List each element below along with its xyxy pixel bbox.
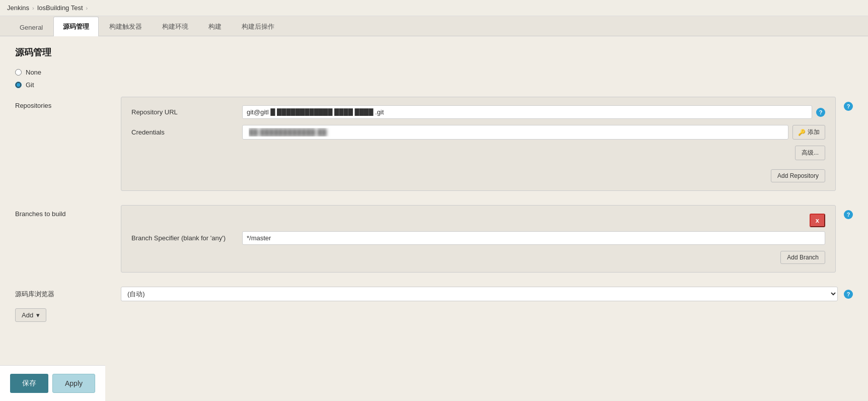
page-title: 源码管理 (15, 46, 853, 58)
repo-url-help-icon[interactable]: ? (816, 108, 825, 117)
repositories-panel: Repository URL ? Credentials ██ ████████… (121, 97, 836, 191)
add-section: Add ▾ (15, 308, 853, 322)
add-dropdown-button[interactable]: Add ▾ (15, 308, 46, 322)
add-cred-label: 添加 (808, 128, 820, 137)
source-browser-select[interactable]: (自动) (121, 287, 838, 301)
apply-button[interactable]: Apply (52, 374, 95, 393)
add-credentials-button[interactable]: 🔑 添加 (792, 125, 825, 140)
radio-none[interactable] (15, 69, 22, 76)
radio-git-label: Git (26, 81, 34, 89)
radio-git[interactable] (15, 82, 22, 88)
repo-url-row: Repository URL ? (131, 105, 825, 119)
add-label: Add (22, 311, 33, 319)
repo-actions: 高级... (131, 146, 825, 165)
source-browser-help-icon[interactable]: ? (844, 290, 853, 299)
add-branch-button[interactable]: Add Branch (780, 251, 825, 264)
repositories-label: Repositories (15, 97, 121, 109)
repositories-section: Repositories Repository URL ? Credential… (15, 97, 853, 198)
content-area: 源码管理 None Git Repositories Repository UR… (0, 36, 868, 400)
repositories-content: Repository URL ? Credentials ██ ████████… (121, 97, 836, 198)
add-repo-row: Add Repository (131, 165, 825, 182)
tab-post[interactable]: 构建后操作 (232, 17, 284, 36)
main-container: General 源码管理 构建触发器 构建环境 构建 构建后操作 源码管理 No… (0, 16, 868, 400)
radio-none-label: None (26, 69, 41, 76)
add-branch-row: Add Branch (131, 251, 825, 264)
breadcrumb-project[interactable]: IosBuilding Test (37, 4, 83, 12)
branches-panel: x Branch Specifier (blank for 'any') Add… (121, 205, 836, 273)
repositories-help-icon[interactable]: ? (844, 102, 853, 111)
key-icon: 🔑 (798, 129, 806, 136)
breadcrumb-sep-1: › (32, 5, 34, 11)
chevron-down-icon: ▾ (36, 311, 40, 319)
advanced-button[interactable]: 高级... (795, 146, 825, 160)
branches-help: ? (840, 210, 853, 219)
add-repository-button[interactable]: Add Repository (771, 169, 825, 182)
bottom-bar: 保存 Apply (0, 365, 105, 400)
repo-url-label: Repository URL (131, 108, 242, 116)
breadcrumb-jenkins[interactable]: Jenkins (7, 4, 29, 12)
radio-none-option[interactable]: None (15, 69, 853, 76)
branches-content: x Branch Specifier (blank for 'any') Add… (121, 205, 836, 280)
branches-help-icon[interactable]: ? (844, 210, 853, 219)
branch-specifier-label: Branch Specifier (blank for 'any') (131, 234, 242, 242)
branch-specifier-input[interactable] (242, 231, 825, 245)
credentials-controls: ██ ████████████ ██ 🔑 添加 (242, 125, 825, 140)
breadcrumb-sep-2: › (86, 5, 88, 11)
branch-specifier-row: Branch Specifier (blank for 'any') (131, 231, 825, 245)
credentials-label: Credentials (131, 128, 242, 136)
tab-general[interactable]: General (10, 18, 52, 36)
repositories-help: ? (840, 102, 853, 111)
save-button[interactable]: 保存 (10, 374, 48, 393)
remove-branch-button[interactable]: x (810, 214, 825, 227)
branches-section: Branches to build x Branch Specifier (bl… (15, 205, 853, 280)
tab-trigger[interactable]: 构建触发器 (100, 17, 152, 36)
radio-git-option[interactable]: Git (15, 81, 853, 89)
tab-build[interactable]: 构建 (199, 17, 231, 36)
scm-radio-group: None Git (15, 69, 853, 89)
source-browser-section: 源码库浏览器 (自动) ? (15, 287, 853, 301)
source-browser-label: 源码库浏览器 (15, 290, 121, 299)
tab-env[interactable]: 构建环境 (153, 17, 198, 36)
breadcrumb: Jenkins › IosBuilding Test › (0, 0, 868, 16)
credentials-row: Credentials ██ ████████████ ██ 🔑 添加 (131, 125, 825, 140)
branches-label: Branches to build (15, 205, 121, 218)
credentials-select[interactable]: ██ ████████████ ██ (242, 125, 788, 140)
repo-url-input[interactable] (242, 105, 812, 119)
branches-panel-header: x (131, 214, 825, 227)
tab-source[interactable]: 源码管理 (53, 17, 99, 36)
tabs-bar: General 源码管理 构建触发器 构建环境 构建 构建后操作 (0, 16, 868, 36)
